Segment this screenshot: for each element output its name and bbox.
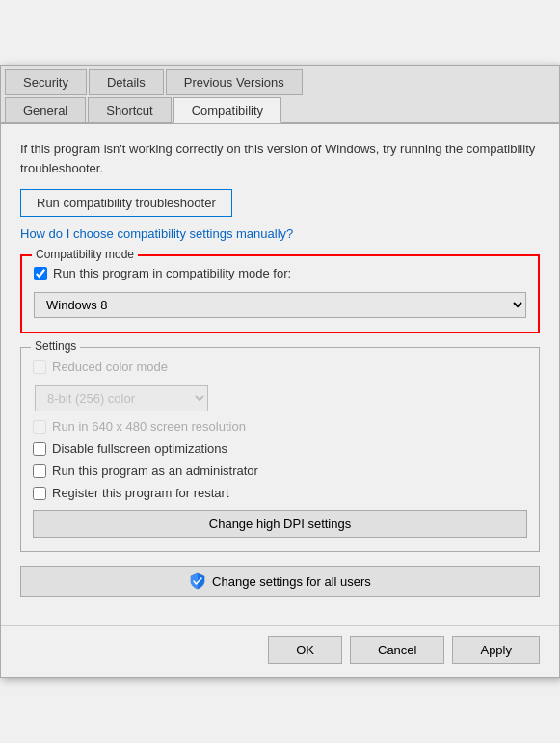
shield-icon — [189, 572, 206, 590]
settings-group-label: Settings — [31, 339, 80, 353]
properties-window: Security Details Previous Versions Gener… — [0, 65, 560, 678]
tab-details[interactable]: Details — [89, 69, 164, 95]
tab-previous-versions[interactable]: Previous Versions — [166, 69, 303, 95]
restart-row: Register this program for restart — [33, 486, 527, 500]
screen-resolution-checkbox[interactable] — [33, 420, 46, 434]
color-depth-dropdown[interactable]: 8-bit (256) color 16-bit color — [35, 385, 208, 411]
compatibility-mode-checkbox-row: Run this program in compatibility mode f… — [34, 266, 526, 280]
tab-row-2: General Shortcut Compatibility — [5, 97, 555, 122]
run-troubleshooter-button[interactable]: Run compatibility troubleshooter — [20, 189, 232, 217]
tab-shortcut[interactable]: Shortcut — [88, 97, 171, 123]
reduced-color-checkbox[interactable] — [33, 360, 46, 374]
reduced-color-label: Reduced color mode — [52, 359, 168, 374]
apply-button[interactable]: Apply — [452, 636, 540, 664]
cancel-button[interactable]: Cancel — [350, 636, 444, 664]
ok-button[interactable]: OK — [268, 636, 342, 664]
manual-settings-link[interactable]: How do I choose compatibility settings m… — [20, 226, 540, 241]
fullscreen-opt-row: Disable fullscreen optimizations — [33, 441, 527, 456]
tab-content: If this program isn't working correctly … — [1, 124, 559, 625]
compatibility-mode-group: Compatibility mode Run this program in c… — [20, 254, 540, 333]
compatibility-mode-dropdown[interactable]: Windows XP (Service Pack 2) Windows XP (… — [34, 292, 526, 318]
settings-group: Settings Reduced color mode 8-bit (256) … — [20, 347, 540, 552]
compatibility-mode-checkbox-label: Run this program in compatibility mode f… — [53, 266, 291, 280]
admin-row: Run this program as an administrator — [33, 464, 527, 478]
screen-resolution-row: Run in 640 x 480 screen resolution — [33, 419, 527, 434]
tab-row-1: Security Details Previous Versions — [5, 69, 555, 94]
color-dropdown-row: 8-bit (256) color 16-bit color — [35, 382, 527, 411]
fullscreen-optimizations-label: Disable fullscreen optimizations — [52, 441, 227, 456]
change-all-users-label: Change settings for all users — [212, 574, 371, 589]
register-restart-checkbox[interactable] — [33, 487, 46, 500]
tab-compatibility[interactable]: Compatibility — [173, 97, 281, 123]
tabs-container: Security Details Previous Versions Gener… — [1, 66, 559, 124]
compatibility-mode-checkbox[interactable] — [34, 267, 47, 280]
reduced-color-row: Reduced color mode — [33, 359, 527, 374]
intro-text: If this program isn't working correctly … — [20, 140, 540, 177]
register-restart-label: Register this program for restart — [52, 486, 229, 500]
tab-general[interactable]: General — [5, 97, 86, 123]
screen-resolution-label: Run in 640 x 480 screen resolution — [52, 419, 246, 434]
change-dpi-button[interactable]: Change high DPI settings — [33, 510, 527, 538]
run-as-admin-checkbox[interactable] — [33, 464, 46, 478]
change-all-users-button[interactable]: Change settings for all users — [20, 566, 540, 597]
tab-security[interactable]: Security — [5, 69, 87, 95]
run-as-admin-label: Run this program as an administrator — [52, 464, 258, 478]
fullscreen-optimizations-checkbox[interactable] — [33, 442, 46, 456]
compatibility-mode-label: Compatibility mode — [32, 248, 138, 261]
footer: OK Cancel Apply — [1, 625, 559, 677]
